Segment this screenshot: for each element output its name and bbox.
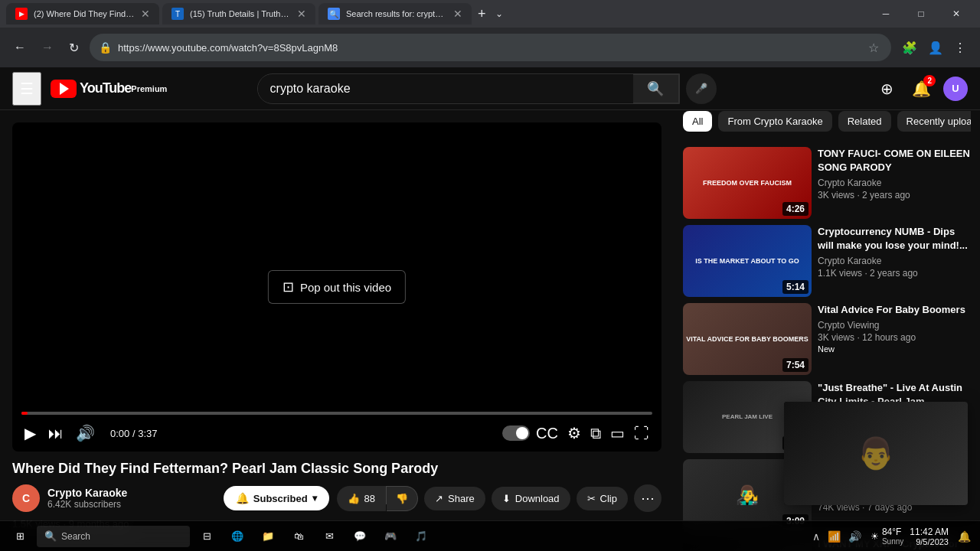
tab-overflow-button[interactable]: ⌄ <box>492 5 506 22</box>
mini-player-placeholder: 👨 <box>857 435 895 471</box>
notifications-button[interactable]: 🔔 2 <box>906 73 937 104</box>
tab-1[interactable]: ▶ (2) Where Did They Find Fette... ✕ <box>6 3 159 24</box>
mute-button[interactable]: 🔊 <box>73 421 98 445</box>
clock-time: 11:42 AM <box>910 527 949 537</box>
temperature: 84°F <box>882 527 903 537</box>
toggle-switch[interactable] <box>502 425 530 441</box>
more-button[interactable]: ⋯ <box>634 484 662 512</box>
network-icon[interactable]: 📶 <box>825 529 844 544</box>
list-item[interactable]: VITAL ADVICE FOR BABY BOOMERS 7:54 Vital… <box>683 303 971 375</box>
progress-fill <box>21 412 28 415</box>
taskbar-app-4[interactable]: 🛍 <box>285 523 312 550</box>
menu-button[interactable]: ☰ <box>12 72 41 106</box>
profile-button[interactable]: 👤 <box>923 36 948 60</box>
toggle-circle <box>516 427 528 439</box>
download-button[interactable]: ⬇ Download <box>492 487 570 510</box>
filter-recent[interactable]: Recently uploaded <box>897 111 971 132</box>
filter-all[interactable]: All <box>683 111 712 132</box>
mini-player[interactable]: 👨 <box>784 402 968 505</box>
mini-player-content: 👨 <box>784 402 968 505</box>
theater-button[interactable]: ▭ <box>607 421 628 445</box>
progress-bar[interactable] <box>21 412 652 415</box>
youtube-header: ☰ YouTube Premium 🔍 🎤 ⊕ 🔔 2 U <box>0 67 980 110</box>
browser-navbar: ← → ↻ 🔒 https://www.youtube.com/watch?v=… <box>0 28 980 67</box>
start-button[interactable]: ⊞ <box>6 523 34 550</box>
search-button[interactable]: 🔍 <box>633 74 679 103</box>
video-player[interactable]: ⊡ Pop out this video ▶ ⏭ 🔊 0:00 / 3:37 <box>12 122 662 452</box>
notification-center-icon[interactable]: 🔔 <box>955 529 974 544</box>
like-button[interactable]: 👍 88 <box>337 486 386 511</box>
tab2-title: (15) Truth Details | Truth Social... <box>190 9 291 18</box>
related-title-1: TONY FAUCI- COME ON EILEEN SONG PARODY <box>818 147 971 174</box>
captions-button[interactable]: CC <box>533 422 561 445</box>
related-channel-3: Crypto Viewing <box>818 320 971 331</box>
thumb-text-5: 👨‍🎤 <box>733 481 762 510</box>
clip-button[interactable]: ✂ Clip <box>577 487 628 510</box>
address-bar[interactable]: 🔒 https://www.youtube.com/watch?v=8S8pvL… <box>90 34 891 61</box>
tab1-close[interactable]: ✕ <box>141 8 150 20</box>
taskbar-app-6[interactable]: 💬 <box>346 523 374 550</box>
search-input[interactable] <box>258 75 633 103</box>
thumbs-down-icon: 👎 <box>396 493 408 504</box>
up-arrow-icon[interactable]: ∧ <box>809 529 823 544</box>
extensions-button[interactable]: 🧩 <box>897 36 922 60</box>
settings-group: CC ⚙ ⧉ ▭ ⛶ <box>502 421 652 445</box>
related-thumb-2: IS THE MARKET ABOUT TO GO 5:14 <box>683 225 812 297</box>
filter-from-channel[interactable]: From Crypto Karaoke <box>718 111 831 132</box>
time-display: 0:00 / 3:37 <box>110 428 157 439</box>
thumb-text-1: FREEDOM OVER FAUCISM <box>700 176 795 191</box>
premium-label: Premium <box>131 84 167 93</box>
tab3-title: Search results for: crypto kara... <box>346 9 447 18</box>
volume-icon[interactable]: 🔊 <box>845 529 864 544</box>
back-button[interactable]: ← <box>9 36 31 59</box>
list-item[interactable]: FREEDOM OVER FAUCISM 4:26 TONY FAUCI- CO… <box>683 147 971 219</box>
edge-icon: 🌐 <box>231 530 243 542</box>
taskbar-app-7[interactable]: 🎮 <box>377 523 404 550</box>
fullscreen-button[interactable]: ⛶ <box>631 422 652 445</box>
miniplayer-button[interactable]: ⧉ <box>587 422 604 445</box>
taskbar-clock[interactable]: 11:42 AM 9/5/2023 <box>910 527 949 546</box>
new-tab-button[interactable]: + <box>475 3 489 25</box>
tab2-close[interactable]: ✕ <box>297 8 306 20</box>
share-button[interactable]: ↗ Share <box>424 487 485 510</box>
create-button[interactable]: ⊕ <box>874 73 900 104</box>
close-button[interactable]: ✕ <box>939 0 974 28</box>
channel-name[interactable]: Crypto Karaoke <box>47 487 216 499</box>
dislike-button[interactable]: 👎 <box>387 486 418 511</box>
voice-search-button[interactable]: 🎤 <box>686 73 717 104</box>
total-time: 3:37 <box>138 428 157 439</box>
pop-out-label: Pop out this video <box>300 281 391 294</box>
create-icon: ⊕ <box>880 80 893 97</box>
forward-button[interactable]: → <box>37 36 58 59</box>
taskbar-app-8[interactable]: 🎵 <box>407 523 435 550</box>
tab-3[interactable]: 🔍 Search results for: crypto kara... ✕ <box>318 3 472 24</box>
action-buttons: 👍 88 👎 ↗ Share ⬇ Download <box>337 484 662 512</box>
channel-avatar[interactable]: C <box>12 484 40 512</box>
logo-icon <box>51 80 77 98</box>
bookmark-icon[interactable]: ☆ <box>865 39 882 57</box>
youtube-logo[interactable]: YouTube Premium <box>51 80 167 98</box>
related-thumb-3: VITAL ADVICE FOR BABY BOOMERS 7:54 <box>683 303 812 375</box>
play-button[interactable]: ▶ <box>21 421 39 445</box>
logo-text: YouTube <box>80 80 131 96</box>
pop-out-overlay[interactable]: ⊡ Pop out this video <box>268 270 406 304</box>
user-avatar[interactable]: U <box>943 77 968 101</box>
filter-related[interactable]: Related <box>838 111 891 132</box>
browser-menu-button[interactable]: ⋮ <box>949 36 971 60</box>
refresh-button[interactable]: ↻ <box>64 36 83 60</box>
taskbar-app-2[interactable]: 🌐 <box>224 523 251 550</box>
settings-button[interactable]: ⚙ <box>564 421 584 445</box>
taskbar-app-3[interactable]: 📁 <box>254 523 282 550</box>
subscribe-button[interactable]: 🔔 Subscribed ▾ <box>224 486 329 510</box>
taskbar-search[interactable]: 🔍 Search <box>37 526 190 547</box>
maximize-button[interactable]: □ <box>903 0 939 28</box>
next-button[interactable]: ⏭ <box>45 422 67 445</box>
taskbar-app-5[interactable]: ✉ <box>315 523 343 550</box>
minimize-button[interactable]: ─ <box>868 0 903 28</box>
taskbar-weather[interactable]: ☀ 84°F Sunny <box>871 527 903 546</box>
task-view-icon: ⊟ <box>203 530 211 542</box>
list-item[interactable]: IS THE MARKET ABOUT TO GO 5:14 Cryptocur… <box>683 225 971 297</box>
tab3-close[interactable]: ✕ <box>453 8 462 20</box>
taskbar-app-1[interactable]: ⊟ <box>193 523 220 550</box>
tab-2[interactable]: T (15) Truth Details | Truth Social... ✕ <box>162 3 315 24</box>
